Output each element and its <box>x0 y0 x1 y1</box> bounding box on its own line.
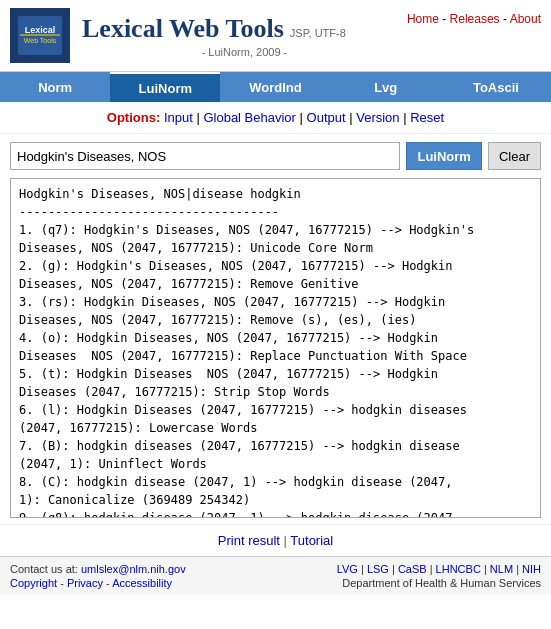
options-reset-link[interactable]: Reset <box>410 110 444 125</box>
options-label: Options: <box>107 110 160 125</box>
header: Lexical Web Tools Lexical Web Tools JSP,… <box>0 0 551 72</box>
app-subtitle: - LuiNorm, 2009 - <box>82 46 407 58</box>
options-bar: Options: Input | Global Behavior | Outpu… <box>0 102 551 134</box>
options-input-link[interactable]: Input <box>164 110 193 125</box>
copyright-link[interactable]: Copyright <box>10 577 57 589</box>
contact-info: Contact us at: umlslex@nlm.nih.gov <box>10 563 186 575</box>
svg-text:Lexical: Lexical <box>25 25 56 35</box>
logo: Lexical Web Tools <box>10 8 70 63</box>
tab-lvg[interactable]: Lvg <box>331 72 441 102</box>
luinorm-button[interactable]: LuiNorm <box>406 142 481 170</box>
output-area[interactable]: Hodgkin's Diseases, NOS|disease hodgkin … <box>10 178 541 518</box>
nav-tabs: Norm LuiNorm WordInd Lvg ToAscii <box>0 72 551 102</box>
print-result-link[interactable]: Print result <box>218 533 280 548</box>
nlm-link[interactable]: NLM <box>490 563 513 575</box>
header-links: Home - Releases - About <box>407 8 541 26</box>
department-label: Department of Health & Human Services <box>342 577 541 589</box>
casb-link[interactable]: CaSB <box>398 563 427 575</box>
contact-label: Contact us at: <box>10 563 78 575</box>
clear-button[interactable]: Clear <box>488 142 541 170</box>
lhncbc-link[interactable]: LHNCBC <box>436 563 481 575</box>
tab-luinorm[interactable]: LuiNorm <box>110 72 220 102</box>
tab-norm[interactable]: Norm <box>0 72 110 102</box>
bottom-footer: Contact us at: umlslex@nlm.nih.gov Copyr… <box>0 556 551 595</box>
tab-wordind[interactable]: WordInd <box>220 72 330 102</box>
tutorial-link[interactable]: Tutorial <box>290 533 333 548</box>
app-title: Lexical Web Tools <box>82 14 284 44</box>
nih-link[interactable]: NIH <box>522 563 541 575</box>
options-version-link[interactable]: Version <box>356 110 399 125</box>
svg-text:Web Tools: Web Tools <box>24 37 57 44</box>
accessibility-link[interactable]: Accessibility <box>112 577 172 589</box>
footer-org-links: LVG | LSG | CaSB | LHNCBC | NLM | NIH <box>337 563 541 575</box>
footer-links: Print result | Tutorial <box>0 524 551 556</box>
options-output-link[interactable]: Output <box>307 110 346 125</box>
footer-legal-links: Copyright - Privacy - Accessibility <box>10 577 186 589</box>
contact-email[interactable]: umlslex@nlm.nih.gov <box>81 563 186 575</box>
footer-right: LVG | LSG | CaSB | LHNCBC | NLM | NIH De… <box>337 563 541 589</box>
main-input[interactable] <box>10 142 400 170</box>
title-area: Lexical Web Tools JSP, UTF-8 - LuiNorm, … <box>82 14 407 58</box>
options-global-link[interactable]: Global Behavior <box>203 110 296 125</box>
home-link[interactable]: Home <box>407 12 439 26</box>
releases-link[interactable]: Releases <box>450 12 500 26</box>
lsg-link[interactable]: LSG <box>367 563 389 575</box>
about-link[interactable]: About <box>510 12 541 26</box>
privacy-link[interactable]: Privacy <box>67 577 103 589</box>
tab-toascii[interactable]: ToAscii <box>441 72 551 102</box>
lvg-link[interactable]: LVG <box>337 563 358 575</box>
footer-left: Contact us at: umlslex@nlm.nih.gov Copyr… <box>10 563 186 589</box>
input-row: LuiNorm Clear <box>0 134 551 178</box>
version-label: JSP, UTF-8 <box>290 27 346 39</box>
